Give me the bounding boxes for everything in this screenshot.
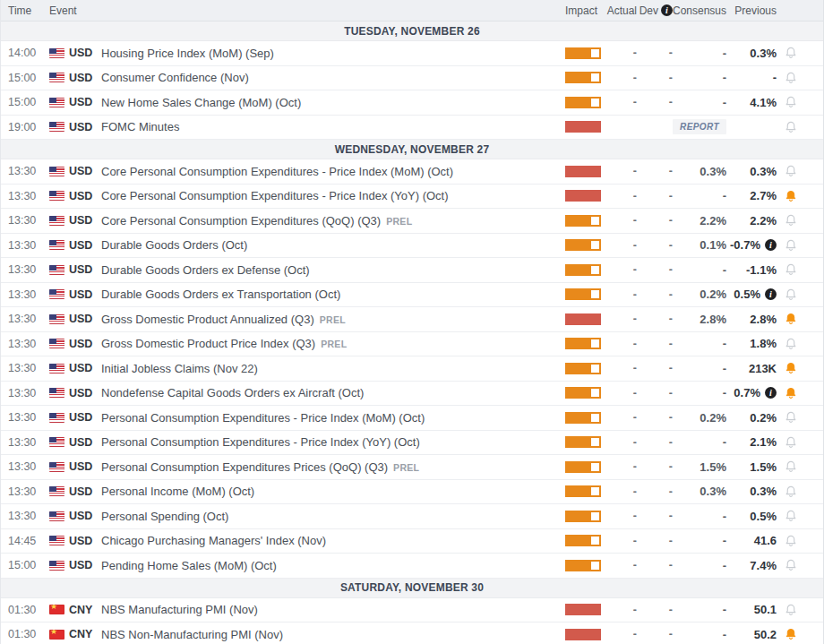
event-row[interactable]: 01:30CNYNBS Manufacturing PMI (Nov)---50… [1, 598, 823, 623]
bell-outline-icon[interactable] [777, 238, 816, 253]
flag-cell [49, 167, 69, 176]
bell-outline-icon[interactable] [777, 459, 816, 474]
report-badge[interactable]: REPORT [673, 119, 726, 134]
impact-cell [565, 166, 603, 177]
deviation-value: - [637, 239, 673, 252]
impact-cell [565, 511, 603, 522]
bell-outline-icon[interactable] [777, 558, 816, 572]
info-icon[interactable]: i [765, 387, 777, 399]
event-row[interactable]: 13:30USDGross Domestic Product Price Ind… [1, 332, 823, 357]
event-row[interactable]: 01:30CNYNBS Non-Manufacturing PMI (Nov)-… [1, 623, 823, 644]
event-name: Personal Spending (Oct) [101, 510, 565, 523]
event-row[interactable]: 13:30USDInitial Jobless Claims (Nov 22)-… [1, 356, 823, 382]
previous-value: 1.8% [726, 337, 777, 350]
bell-filled-icon[interactable] [777, 312, 816, 326]
day-header: TUESDAY, NOVEMBER 26 [1, 21, 823, 41]
event-row[interactable]: 13:30USDCore Personal Consumption Expend… [1, 185, 823, 210]
currency-code: USD [69, 535, 101, 547]
event-time: 14:45 [8, 535, 49, 547]
previous-value-text: 0.3% [750, 165, 777, 178]
info-icon[interactable]: i [765, 288, 777, 300]
deviation-value: - [637, 436, 673, 449]
flag-cell [49, 191, 69, 201]
event-row[interactable]: 13:30USDPersonal Spending (Oct)---0.5% [1, 504, 823, 529]
currency-code: USD [69, 72, 101, 84]
actual-value: - [603, 387, 637, 399]
us-flag-icon [49, 413, 64, 423]
previous-value-text: 1.8% [750, 337, 777, 350]
consensus-value: 0.1% [673, 238, 726, 252]
impact-medium-indicator [565, 72, 601, 83]
event-row[interactable]: 13:30USDCore Personal Consumption Expend… [1, 159, 823, 185]
currency-code: USD [69, 121, 101, 133]
previous-value: 0.5%i [726, 288, 777, 301]
currency-code: USD [69, 411, 101, 424]
impact-cell [565, 461, 603, 473]
currency-code: USD [69, 190, 101, 202]
event-row[interactable]: 13:30USDPersonal Consumption Expenditure… [1, 406, 823, 431]
event-row[interactable]: 13:30USDNondefense Capital Goods Orders … [1, 382, 823, 407]
previous-value-text: 0.2% [750, 411, 777, 425]
impact-cell [565, 604, 603, 615]
bell-outline-icon[interactable] [777, 337, 816, 351]
deviation-value: - [637, 214, 673, 227]
event-row[interactable]: 13:30USDDurable Goods Orders ex Defense … [1, 258, 823, 283]
bell-outline-icon[interactable] [777, 534, 816, 548]
bell-outline-icon[interactable] [777, 262, 816, 277]
actual-value: - [603, 96, 637, 108]
event-row[interactable]: 15:00USDNew Home Sales Change (MoM) (Oct… [1, 90, 823, 116]
event-row[interactable]: 14:00USDHousing Price Index (MoM) (Sep)-… [1, 41, 823, 66]
event-row[interactable]: 13:30USDDurable Goods Orders ex Transpor… [1, 283, 823, 308]
bell-outline-icon[interactable] [777, 46, 816, 60]
event-row[interactable]: 19:00USDFOMC MinutesREPORT [1, 116, 823, 141]
bell-outline-icon[interactable] [777, 71, 816, 85]
bell-outline-icon[interactable] [777, 509, 816, 523]
bell-filled-icon[interactable] [777, 627, 816, 641]
us-flag-icon [49, 536, 64, 545]
bell-outline-icon[interactable] [777, 213, 816, 228]
consensus-value: - [673, 603, 726, 616]
bell-outline-icon[interactable] [777, 120, 816, 134]
previous-value: 50.1 [726, 603, 777, 616]
impact-medium-indicator [565, 264, 601, 276]
flag-cell [49, 511, 69, 521]
consensus-value: 0.3% [673, 165, 726, 178]
bell-outline-icon[interactable] [777, 164, 816, 178]
bell-outline-icon[interactable] [777, 485, 816, 499]
event-row[interactable]: 13:30USDPersonal Consumption Expenditure… [1, 431, 823, 456]
bell-outline-icon[interactable] [777, 288, 816, 302]
event-name-text: Chicago Purchasing Managers' Index (Nov) [101, 534, 326, 547]
impact-medium-indicator [565, 47, 601, 59]
info-circle-icon[interactable]: i [661, 4, 673, 16]
actual-value: - [603, 436, 637, 449]
event-row[interactable]: 15:00USDPending Home Sales (MoM) (Oct)--… [1, 554, 823, 579]
bell-outline-icon[interactable] [777, 435, 816, 450]
event-row[interactable]: 13:30USDCore Personal Consumption Expend… [1, 209, 823, 234]
impact-medium-indicator [565, 436, 601, 448]
actual-value: - [603, 47, 637, 59]
bell-filled-icon[interactable] [777, 189, 816, 203]
bell-outline-icon[interactable] [777, 95, 816, 109]
previous-value: 2.1% [726, 435, 777, 449]
previous-value-text: 0.7% [734, 386, 760, 399]
bell-outline-icon[interactable] [777, 410, 816, 425]
previous-value-text: 50.2 [754, 628, 777, 641]
impact-medium-indicator [565, 485, 601, 497]
impact-high-indicator [565, 629, 601, 640]
bell-outline-icon[interactable] [777, 603, 816, 617]
event-time: 01:30 [8, 604, 49, 616]
impact-medium-indicator [565, 535, 601, 546]
event-row[interactable]: 13:30USDPersonal Income (MoM) (Oct)--0.3… [1, 480, 823, 505]
event-row[interactable]: 13:30USDGross Domestic Product Annualize… [1, 307, 823, 332]
actual-value: - [603, 338, 637, 350]
impact-medium-indicator [565, 560, 601, 571]
bell-filled-icon[interactable] [777, 386, 816, 400]
previous-value-text: 41.6 [754, 534, 777, 547]
bell-filled-icon[interactable] [777, 361, 816, 375]
event-row[interactable]: 15:00USDConsumer Confidence (Nov)---- [1, 66, 823, 91]
info-icon[interactable]: i [765, 239, 777, 251]
event-row[interactable]: 13:30USDDurable Goods Orders (Oct)--0.1%… [1, 234, 823, 259]
event-row[interactable]: 14:45USDChicago Purchasing Managers' Ind… [1, 529, 823, 554]
event-row[interactable]: 13:30USDPersonal Consumption Expenditure… [1, 455, 823, 480]
previous-value-text: 7.4% [750, 559, 777, 572]
